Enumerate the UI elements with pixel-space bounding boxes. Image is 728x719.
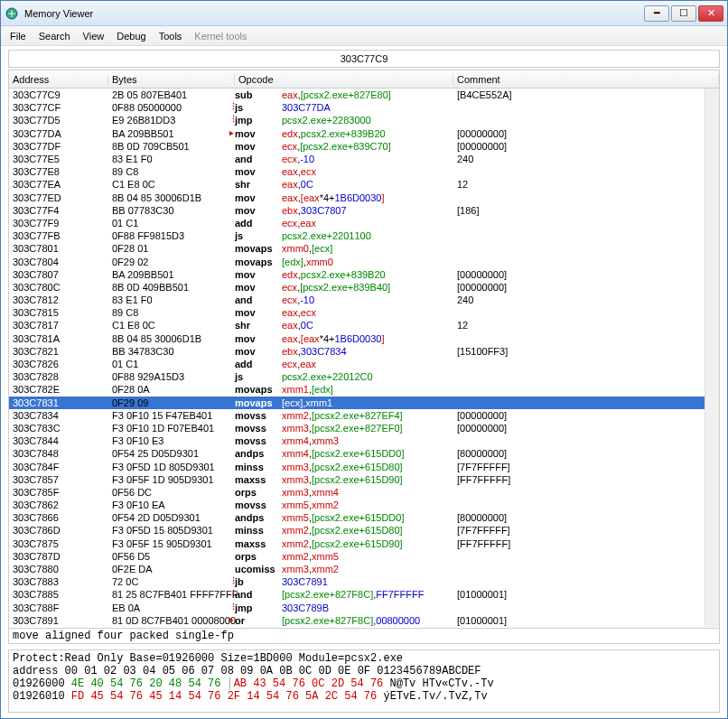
cell-bytes: F3 0F10 1D F07EB401 [108, 423, 235, 434]
table-row[interactable]: 303C788581 25 8C7FB401 FFFF7FFFand⋮[pcsx… [9, 588, 719, 601]
table-row[interactable]: 303C785F0F56 DCorpsxmm3,xmm4 [9, 486, 719, 499]
cell-opcode: orps [235, 551, 282, 562]
cell-bytes: 0F29 09 [108, 397, 235, 408]
table-row[interactable]: 303C782E0F28 0Amovapsxmm1,[edx] [9, 383, 719, 396]
cell-opcode: andps [235, 512, 282, 523]
cell-args: xmm3,[pcsx2.exe+615D80] [282, 462, 453, 472]
table-row[interactable]: 303C783CF3 0F10 1D F07EB401movssxmm3,[pc… [9, 422, 719, 434]
table-row[interactable]: 303C77DF8B 0D 709CB501movecx,[pcsx2.exe+… [9, 140, 719, 153]
menu-kernel-tools[interactable]: Kernel tools [189, 29, 252, 43]
cell-bytes: 0F29 02 [108, 257, 235, 267]
minimize-button[interactable]: ━ [644, 5, 669, 22]
table-row[interactable]: 303C77DABA 209BB501mov▸edx,pcsx2.exe+839… [9, 127, 719, 140]
cell-address: 303C784F [9, 462, 108, 472]
scrollbar-vertical[interactable] [705, 89, 719, 627]
cell-opcode: or▸ [235, 615, 282, 626]
table-row[interactable]: 303C781589 C8moveax,ecx [9, 306, 719, 319]
table-row[interactable]: 303C787D0F56 D5orpsxmm2,xmm5 [9, 550, 719, 563]
cell-opcode: shr [235, 320, 282, 331]
hex-dump-pane[interactable]: Protect:Read Only Base=01926000 Size=1BD… [8, 649, 720, 713]
cell-args: xmm3,[pcsx2.exe+615D90] [282, 474, 453, 485]
hex-header-line: address 00 01 02 03 04 05 06 07 08 09 0A… [13, 665, 715, 677]
table-row[interactable]: 303C77C92B 05 807EB401subeax,[pcsx2.exe+… [9, 89, 719, 101]
table-row[interactable]: 303C78660F54 2D D05D9301andpsxmm5,[pcsx2… [9, 511, 719, 524]
cell-address: 303C7875 [9, 538, 108, 549]
table-row[interactable]: 303C78480F54 25 D05D9301andpsxmm4,[pcsx2… [9, 447, 719, 460]
table-row[interactable]: 303C77ED8B 04 85 30006D1Bmoveax,[eax*4+1… [9, 191, 719, 204]
cell-opcode: orps [235, 487, 282, 498]
cell-opcode: ucomiss [235, 564, 282, 574]
table-row[interactable]: 303C782601 C1addecx,eax [9, 358, 719, 370]
cell-address: 303C782E [9, 384, 108, 395]
table-row[interactable]: 303C78800F2E DAucomissxmm3,xmm2 [9, 563, 719, 575]
cell-opcode: and [235, 294, 282, 305]
table-row[interactable]: 303C7857F3 0F5F 1D 905D9301maxssxmm3,[pc… [9, 473, 719, 486]
cell-args: eax,ecx [282, 307, 453, 318]
table-row[interactable]: 303C77FB0F88 FF9815D3jspcsx2.exe+2201100 [9, 229, 719, 242]
menu-file[interactable]: File [5, 29, 32, 43]
table-row[interactable]: 303C78280F88 929A15D3jspcsx2.exe+22012C0 [9, 370, 719, 383]
col-address[interactable]: Address [9, 74, 108, 85]
menu-search[interactable]: Search [33, 29, 76, 43]
cell-args: xmm2,[pcsx2.exe+827EF4] [282, 410, 453, 421]
cell-bytes: BA 209BB501 [108, 269, 235, 280]
address-bar[interactable]: 303C77C9 [8, 50, 720, 68]
cell-opcode: mov [235, 307, 282, 318]
cell-address: 303C77DA [9, 128, 108, 139]
cell-bytes: 2B 05 807EB401 [108, 89, 235, 100]
table-row[interactable]: 303C781283 E1 F0andecx,-10240 [9, 294, 719, 306]
table-row[interactable]: 303C77CF0F88 05000000js⋮303C77DA [9, 101, 719, 114]
cell-opcode: js [235, 371, 282, 382]
cell-bytes: 8B 0D 409BB501 [108, 282, 235, 293]
table-row[interactable]: 303C78010F28 01movapsxmm0,[ecx] [9, 242, 719, 255]
table-row[interactable]: 303C7807BA 209BB501movedx,pcsx2.exe+839B… [9, 268, 719, 281]
table-row[interactable]: 303C786DF3 0F5D 15 805D9301minssxmm2,[pc… [9, 524, 719, 537]
cell-bytes: 0F56 DC [108, 487, 235, 498]
table-row[interactable]: 303C788372 0Cjb⋮303C7891 [9, 575, 719, 588]
maximize-button[interactable]: ☐ [671, 5, 696, 22]
table-row[interactable]: 303C77E889 C8moveax,ecx [9, 165, 719, 178]
col-opcode[interactable]: Opcode [235, 74, 453, 85]
cell-opcode: minss [235, 462, 282, 472]
table-row[interactable]: 303C7844F3 0F10 E3movssxmm4,xmm3 [9, 434, 719, 447]
cell-bytes: C1 E8 0C [108, 320, 235, 331]
table-row[interactable]: 303C77E583 E1 F0andecx,-10240 [9, 153, 719, 165]
close-button[interactable]: ✕ [698, 5, 723, 22]
cell-bytes: 72 0C [108, 576, 235, 587]
cell-opcode: movaps [235, 384, 282, 395]
table-row[interactable]: 303C78310F29 09movaps[ecx],xmm1 [9, 397, 719, 409]
cell-comment: [FF7FFFFF] [453, 474, 719, 485]
cell-args: xmm3,xmm2 [282, 564, 453, 574]
cell-args: xmm3,xmm4 [282, 487, 453, 498]
cell-opcode: maxss [235, 538, 282, 549]
cell-address: 303C77ED [9, 192, 108, 203]
hex-protect-line: Protect:Read Only Base=01926000 Size=1BD… [13, 652, 715, 665]
table-row[interactable]: 303C77D5E9 26B81DD3jmp⋮pcsx2.exe+2283000 [9, 114, 719, 126]
menu-view[interactable]: View [78, 29, 110, 43]
cell-args: [edx],xmm0 [282, 257, 453, 267]
table-row[interactable]: 303C7875F3 0F5F 15 905D9301maxssxmm2,[pc… [9, 537, 719, 550]
table-row[interactable]: 303C789181 0D 8C7FB401 00008000or▸[pcsx2… [9, 614, 719, 627]
table-row[interactable]: 303C77F901 C1addecx,eax [9, 217, 719, 229]
cell-comment: [7F7FFFFF] [453, 462, 719, 472]
hex-row: 01926010 FD 45 54 76 45 14 54 76 2F 14 5… [13, 690, 715, 703]
table-row[interactable]: 303C784FF3 0F5D 1D 805D9301minssxmm3,[pc… [9, 460, 719, 472]
table-row[interactable]: 303C77F4BB 07783C30movebx,303C7807[186] [9, 204, 719, 217]
table-row[interactable]: 303C7817C1 E8 0Cshreax,0C12 [9, 319, 719, 331]
table-row[interactable]: 303C7821BB 34783C30movebx,303C7834[15100… [9, 345, 719, 358]
table-row[interactable]: 303C7834F3 0F10 15 F47EB401movssxmm2,[pc… [9, 409, 719, 422]
col-comment[interactable]: Comment [453, 74, 719, 85]
menu-debug[interactable]: Debug [111, 29, 151, 43]
table-row[interactable]: 303C788FEB 0Ajmp⋮303C789B [9, 602, 719, 614]
table-row[interactable]: 303C78040F29 02movaps[edx],xmm0 [9, 255, 719, 267]
cell-bytes: F3 0F10 EA [108, 500, 235, 510]
table-row[interactable]: 303C780C8B 0D 409BB501movecx,[pcsx2.exe+… [9, 281, 719, 294]
table-row[interactable]: 303C781A8B 04 85 30006D1Bmoveax,[eax*4+1… [9, 332, 719, 345]
table-row[interactable]: 303C77EAC1 E8 0Cshreax,0C12 [9, 178, 719, 191]
cell-bytes: 8B 0D 709CB501 [108, 141, 235, 152]
menu-tools[interactable]: Tools [154, 29, 188, 43]
cell-args: 303C77DA [282, 102, 453, 113]
cell-address: 303C787D [9, 551, 108, 562]
table-row[interactable]: 303C7862F3 0F10 EAmovssxmm5,xmm2 [9, 499, 719, 511]
col-bytes[interactable]: Bytes [108, 74, 235, 85]
